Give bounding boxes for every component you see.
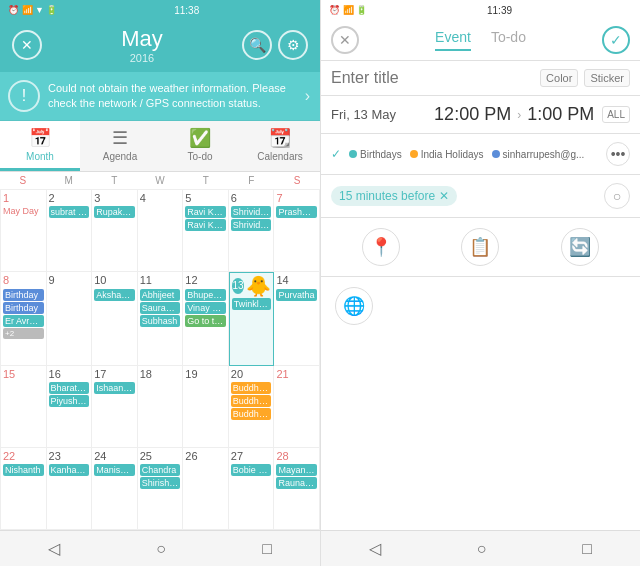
cal-cell-7[interactable]: 7 Prashanth (274, 190, 320, 272)
cal-cell-10[interactable]: 10 Akshay K (92, 272, 138, 366)
cal-cell-24[interactable]: 24 Manish K (92, 448, 138, 530)
tab-agenda-label: Agenda (103, 151, 137, 162)
back-button-right[interactable]: ◁ (369, 539, 381, 558)
tab-event[interactable]: Event (435, 29, 471, 51)
cal-cell-26[interactable]: 26 (183, 448, 229, 530)
cal-cell-22[interactable]: 22 Nishanth (1, 448, 47, 530)
confirm-button[interactable]: ✓ (602, 26, 630, 54)
cal-cell-4[interactable]: 4 (138, 190, 184, 272)
cal-cell-1[interactable]: 1 May Day (1, 190, 47, 272)
cal-cell-21[interactable]: 21 (274, 366, 320, 448)
start-time[interactable]: 12:00 PM (434, 104, 511, 125)
tab-todo-right[interactable]: To-do (491, 29, 526, 51)
right-android-nav: ◁ ○ □ (321, 530, 640, 566)
recent-button-left[interactable]: □ (262, 540, 272, 558)
tab-switcher: Event To-do (367, 29, 594, 51)
nav-tabs: 📅 Month ☰ Agenda ✅ To-do 📆 Calendars (0, 121, 320, 172)
month-icon: 📅 (29, 127, 51, 149)
back-button-left[interactable]: ◁ (48, 539, 60, 558)
title-row: Color Sticker (321, 61, 640, 96)
cal-cell-20[interactable]: 20 Buddha P Buddha P Buddha P (229, 366, 275, 448)
cal-cell-17[interactable]: 17 Ishaan Ku (92, 366, 138, 448)
home-button-left[interactable]: ○ (156, 540, 166, 558)
calendars-row: ✓ Birthdays India Holidays sinharrupesh@… (321, 134, 640, 175)
right-time: 11:39 (487, 5, 512, 16)
cal-cell-18[interactable]: 18 (138, 366, 184, 448)
cal-cell-15[interactable]: 15 (1, 366, 47, 448)
end-time[interactable]: 1:00 PM (527, 104, 594, 125)
personal-label: sinharrupesh@g... (503, 149, 585, 160)
reminder-chip[interactable]: 15 minutes before ✕ (331, 186, 457, 206)
cal-cell-8[interactable]: 8 Birthday Birthday Er Avrojee +2 (1, 272, 47, 366)
left-time: 11:38 (174, 5, 199, 16)
calendars-icon: 📆 (269, 127, 291, 149)
cal-cell-23[interactable]: 23 Kanhaiya (47, 448, 93, 530)
reminder-add-button[interactable]: ○ (604, 183, 630, 209)
event-form: Color Sticker Fri, 13 May 12:00 PM › 1:0… (321, 61, 640, 530)
tab-calendars[interactable]: 📆 Calendars (240, 121, 320, 171)
settings-button[interactable]: ⚙ (278, 30, 308, 60)
left-panel: ⏰ 📶 ▼ 🔋 11:38 ✕ May 2016 🔍 ⚙ ! Could not… (0, 0, 320, 566)
todo-icon: ✅ (189, 127, 211, 149)
warning-icon: ! (8, 80, 40, 112)
india-holidays-label: India Holidays (421, 149, 484, 160)
calendar-birthdays[interactable]: Birthdays (349, 149, 402, 160)
weather-banner[interactable]: ! Could not obtain the weather informati… (0, 72, 320, 121)
repeat-button[interactable]: 🔄 (561, 228, 599, 266)
close-button-right[interactable]: ✕ (331, 26, 359, 54)
day-header-mon: M (46, 172, 92, 189)
day-header-tue: T (91, 172, 137, 189)
calendar-personal[interactable]: sinharrupesh@g... (492, 149, 585, 160)
search-button[interactable]: 🔍 (242, 30, 272, 60)
chevron-right-icon: › (305, 87, 310, 105)
title-input[interactable] (331, 69, 534, 87)
tab-todo-label: To-do (187, 151, 212, 162)
all-day-button[interactable]: ALL (602, 106, 630, 123)
reminder-text: 15 minutes before (339, 189, 435, 203)
cal-cell-16[interactable]: 16 Bharath B Piyush Pi (47, 366, 93, 448)
cal-cell-5[interactable]: 5 Ravi Kum Ravi Kum (183, 190, 229, 272)
cal-cell-14[interactable]: 14 Purvatha (274, 272, 320, 366)
home-button-right[interactable]: ○ (477, 540, 487, 558)
cal-cell-19[interactable]: 19 (183, 366, 229, 448)
cal-cell-25[interactable]: 25 Chandra Shirish Ku (138, 448, 184, 530)
weather-text: Could not obtain the weather information… (48, 81, 297, 112)
tab-todo[interactable]: ✅ To-do (160, 121, 240, 171)
tab-month[interactable]: 📅 Month (0, 121, 80, 171)
time-arrow-icon: › (517, 108, 521, 122)
day-header-wed: W (137, 172, 183, 189)
cal-cell-13[interactable]: 13 🐥 Twinkle K (229, 272, 275, 366)
status-bar-right: ⏰ 📶 🔋 11:39 (321, 0, 640, 20)
close-button[interactable]: ✕ (12, 30, 42, 60)
cal-cell-2[interactable]: 2 subrat pa (47, 190, 93, 272)
date-time-row: Fri, 13 May 12:00 PM › 1:00 PM ALL (321, 96, 640, 134)
calendars-more-button[interactable]: ••• (606, 142, 630, 166)
day-header-thu: T (183, 172, 229, 189)
event-date[interactable]: Fri, 13 May (331, 107, 426, 122)
globe-button[interactable]: 🌐 (335, 287, 373, 325)
personal-dot (492, 150, 500, 158)
cal-cell-11[interactable]: 11 Abhijeet Saurabh J Subhash (138, 272, 184, 366)
tab-agenda[interactable]: ☰ Agenda (80, 121, 160, 171)
reminder-row: 15 minutes before ✕ ○ (321, 175, 640, 218)
calendar-india-holidays[interactable]: India Holidays (410, 149, 484, 160)
left-header: ✕ May 2016 🔍 ⚙ (0, 20, 320, 72)
notes-button[interactable]: 📋 (461, 228, 499, 266)
color-button[interactable]: Color (540, 69, 578, 87)
cal-cell-3[interactable]: 3 Rupak Ku (92, 190, 138, 272)
month-title: May (42, 26, 242, 52)
birthdays-dot (349, 150, 357, 158)
action-icons-row1: 📍 📋 🔄 (321, 218, 640, 277)
location-button[interactable]: 📍 (362, 228, 400, 266)
sticker-button[interactable]: Sticker (584, 69, 630, 87)
right-panel: ⏰ 📶 🔋 11:39 ✕ Event To-do ✓ Color Sticke… (320, 0, 640, 566)
cal-cell-28[interactable]: 28 Mayank C Raunak Su (274, 448, 320, 530)
recent-button-right[interactable]: □ (582, 540, 592, 558)
cal-cell-12[interactable]: 12 Bhupendr Vinay Vin Go to the (183, 272, 229, 366)
reminder-remove-button[interactable]: ✕ (439, 189, 449, 203)
cal-cell-27[interactable]: 27 Bobie Ch (229, 448, 275, 530)
day-header-fri: F (229, 172, 275, 189)
cal-cell-6[interactable]: 6 Shrividya Shrividya (229, 190, 275, 272)
india-holidays-dot (410, 150, 418, 158)
cal-cell-9[interactable]: 9 (47, 272, 93, 366)
